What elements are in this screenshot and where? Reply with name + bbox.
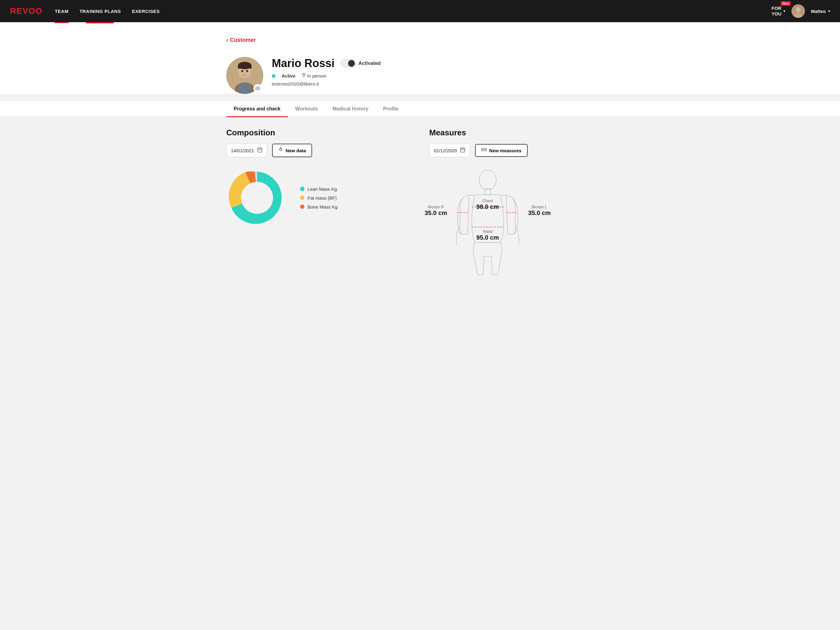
composition-section: Composition 14/01/2021 [226,128,411,285]
location-text: In person [307,73,327,78]
toggle-label: Activated [358,60,381,66]
svg-rect-19 [461,148,465,152]
tab-medical-history[interactable]: Medical history [325,101,376,117]
chart-area: Lean Mass Kg Fat mass (BF) Bone Mass Kg [226,167,411,229]
tab-workouts[interactable]: Workouts [288,101,325,117]
camera-button[interactable] [253,84,262,93]
body-section: Chest 98.0 cm Waist 95.0 cm Biceps R [429,167,614,285]
ruler-icon [481,148,487,153]
header-right: New FORYOU ▾ Matteo ▾ [771,4,830,18]
profile-name: Mario Rossi [272,57,335,70]
composition-date-value: 14/01/2021 [231,148,254,153]
tab-progress-check[interactable]: Progress and check [226,101,288,117]
measures-title: Measures [429,128,614,138]
fat-mass-label: Fat mass (BF) [308,195,337,201]
body-diagram: Chest 98.0 cm Waist 95.0 cm Biceps R [429,167,546,285]
header: REVOO TEAM TRAINING PLANS EXERCISES New … [0,0,840,22]
biceps-r-label: Biceps R [428,204,444,209]
new-badge: New [781,1,791,6]
for-you-button[interactable]: New FORYOU ▾ [771,6,785,17]
for-you-text: FORYOU [771,6,782,17]
status-text: Active [282,73,295,78]
biceps-l-value: 35.0 cm [528,209,551,216]
svg-point-29 [479,170,496,190]
profile-avatar-wrap [226,57,263,94]
nav-training-plans[interactable]: TRAINING PLANS [80,7,121,15]
chevron-down-icon: ▾ [783,9,785,13]
waist-value: 95.0 cm [476,234,499,241]
donut-chart [226,167,288,229]
new-data-label: New data [286,148,306,153]
breadcrumb-label: Customer [230,37,256,43]
biceps-l-measure: Biceps L 35.0 cm [528,204,551,217]
svg-rect-8 [238,65,251,69]
legend-bone-mass: Bone Mass Kg [300,204,338,209]
location-icon [302,73,306,79]
measures-calendar-icon [460,147,466,154]
bone-mass-label: Bone Mass Kg [308,204,338,209]
chest-value: 98.0 cm [476,203,499,210]
svg-point-9 [242,70,243,72]
main-grid: Composition 14/01/2021 [226,128,614,285]
toggle-knob [348,60,355,67]
pin-icon [302,73,306,78]
new-measures-button[interactable]: New measures [475,144,527,157]
new-measures-label: New measures [489,148,521,153]
nav-team[interactable]: TEAM [55,7,69,15]
chest-measure: Chest 98.0 cm [476,198,499,211]
legend-fat-mass: Fat mass (BF) [300,195,338,201]
profile-name-row: Mario Rossi Activated [272,57,614,70]
toggle-row: Activated [341,59,381,67]
activated-toggle[interactable] [341,59,355,67]
biceps-r-measure: Biceps R 35.0 cm [425,204,447,217]
measures-date-value: 01/12/2020 [434,148,457,153]
fat-mass-dot [300,196,305,200]
back-icon: ‹ [226,37,228,43]
user-name: Matteo [811,9,826,14]
svg-point-11 [244,73,245,74]
chest-label: Chest [482,198,493,203]
avatar-image [791,4,805,18]
legend-lean-mass: Lean Mass Kg [300,187,338,192]
camera-icon [256,86,260,90]
svg-point-13 [303,74,305,75]
composition-controls: 14/01/2021 [226,144,411,157]
user-chevron-icon: ▾ [828,9,830,13]
svg-point-3 [796,7,800,12]
profile-header: Mario Rossi Activated Active [226,57,614,94]
user-menu-button[interactable]: Matteo ▾ [811,9,830,14]
user-avatar[interactable] [791,4,805,18]
chart-legend: Lean Mass Kg Fat mass (BF) Bone Mass Kg [300,187,338,209]
breadcrumb[interactable]: ‹ Customer [226,31,614,48]
composition-title: Composition [226,128,411,138]
donut-svg [226,167,288,229]
waist-label: Waist [483,229,493,234]
measures-controls: 01/12/2020 [429,144,614,157]
bone-mass-dot [300,204,305,209]
new-data-button[interactable]: New data [272,144,312,157]
drop-icon [278,147,283,154]
svg-point-18 [241,182,273,214]
svg-rect-14 [257,148,262,152]
profile-meta: Active In person [272,73,614,79]
biceps-r-value: 35.0 cm [425,209,447,216]
svg-point-10 [246,70,248,72]
profile-info: Mario Rossi Activated Active [272,57,614,86]
biceps-l-label: Biceps L [532,204,547,209]
main-nav: TEAM TRAINING PLANS EXERCISES [55,7,759,15]
location-row: In person [302,73,327,79]
tabs-section: Progress and check Workouts Medical hist… [0,101,840,117]
app-logo: REVOO [10,6,43,16]
measures-section: Measures 01/12/2020 [429,128,614,285]
status-dot [272,74,275,78]
tab-profile[interactable]: Profile [376,101,406,117]
nav-exercises[interactable]: EXERCISES [132,7,159,15]
lean-mass-label: Lean Mass Kg [308,187,337,192]
composition-date-picker[interactable]: 14/01/2021 [226,144,267,157]
profile-email: testrossi2020@libero.it [272,81,614,86]
measures-date-picker[interactable]: 01/12/2020 [429,144,470,157]
waist-measure: Waist 95.0 cm [476,229,499,241]
svg-point-12 [257,88,259,89]
body-outline-svg [429,167,546,284]
lean-mass-dot [300,187,305,191]
